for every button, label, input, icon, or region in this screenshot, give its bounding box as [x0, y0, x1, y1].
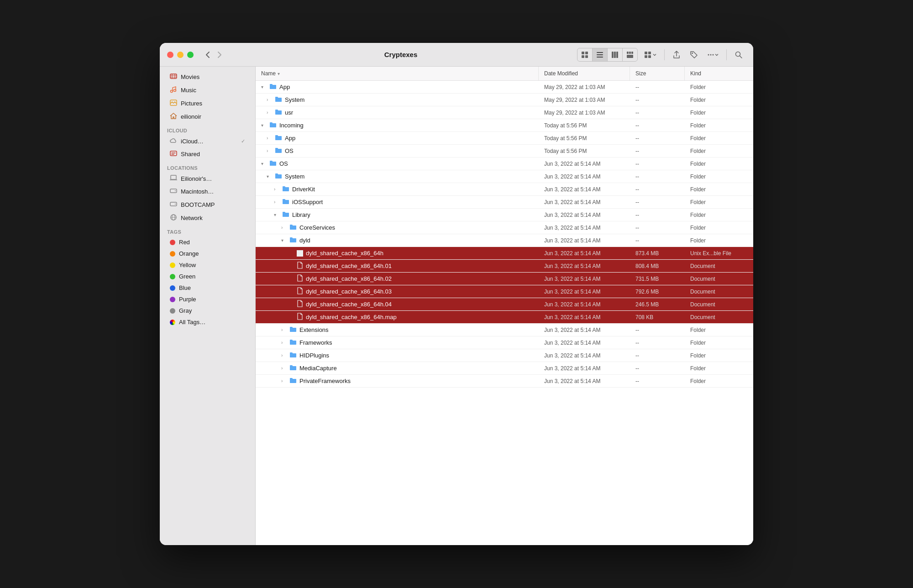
sidebar-item-gray[interactable]: Gray [163, 305, 252, 316]
size-column-header[interactable]: Size [630, 67, 685, 80]
table-row[interactable]: dyld_shared_cache_x86_64h.03Jun 3, 2022 … [256, 285, 753, 298]
sidebar-item-eilionoir[interactable]: eilionoir [163, 110, 252, 123]
expand-chevron[interactable]: › [281, 378, 287, 383]
file-size-cell: -- [630, 172, 685, 182]
sidebar-item-blue[interactable]: Blue [163, 282, 252, 294]
sidebar-item-yellow[interactable]: Yellow [163, 259, 252, 271]
sidebar-item-all-tags[interactable]: All Tags… [163, 316, 252, 328]
file-size-cell: -- [630, 146, 685, 156]
sidebar-item-orange[interactable]: Orange [163, 248, 252, 259]
gallery-view-button[interactable] [623, 48, 637, 61]
sidebar-item-eilionoirs-mac[interactable]: Eilionoir's… [163, 173, 252, 185]
sidebar-item-network[interactable]: Network [163, 211, 252, 225]
sidebar-item-shared[interactable]: Shared [163, 147, 252, 161]
column-view-button[interactable] [608, 48, 623, 61]
expand-chevron[interactable]: ▾ [261, 123, 267, 128]
shared-icon [170, 150, 177, 158]
file-name-text: CoreServices [299, 224, 335, 231]
table-row[interactable]: dyld_shared_cache_x86_64h.01Jun 3, 2022 … [256, 260, 753, 273]
table-row[interactable]: ›iOSSupportJun 3, 2022 at 5:14 AM--Folde… [256, 196, 753, 209]
forward-button[interactable] [215, 49, 225, 60]
movies-icon [170, 73, 177, 81]
file-date-cell: Jun 3, 2022 at 5:14 AM [539, 325, 630, 335]
icloud-icon [170, 137, 177, 145]
expand-chevron[interactable]: › [267, 110, 272, 115]
close-button[interactable] [167, 52, 173, 58]
expand-chevron[interactable]: ▾ [261, 161, 267, 166]
table-row[interactable]: ›OSToday at 5:56 PM--Folder [256, 145, 753, 158]
document-icon [297, 300, 303, 309]
expand-chevron[interactable]: ▾ [267, 174, 272, 179]
sidebar-item-music[interactable]: Music [163, 84, 252, 97]
list-view-button[interactable] [593, 48, 608, 61]
name-column-header[interactable]: Name ▾ [256, 67, 539, 80]
sidebar-item-macintosh-hd[interactable]: Macintosh… [163, 185, 252, 198]
table-row[interactable]: ›SystemMay 29, 2022 at 1:03 AM--Folder [256, 94, 753, 106]
sidebar-item-pictures[interactable]: Pictures [163, 97, 252, 110]
table-row[interactable]: ▾AppMay 29, 2022 at 1:03 AM--Folder [256, 81, 753, 94]
sidebar-item-movies[interactable]: Movies [163, 70, 252, 84]
kind-column-header[interactable]: Kind [685, 67, 753, 80]
expand-chevron[interactable]: › [274, 187, 279, 192]
more-button[interactable] [704, 49, 722, 61]
file-name-text: HIDPlugins [299, 352, 329, 359]
expand-chevron[interactable]: › [281, 225, 287, 230]
minimize-button[interactable] [177, 52, 184, 58]
grid-view-button[interactable] [577, 48, 593, 61]
table-row[interactable]: ›PrivateFrameworksJun 3, 2022 at 5:14 AM… [256, 375, 753, 388]
table-row[interactable]: ›HIDPluginsJun 3, 2022 at 5:14 AM--Folde… [256, 349, 753, 362]
expand-chevron[interactable]: › [267, 136, 272, 141]
table-row[interactable]: ›DriverKitJun 3, 2022 at 5:14 AM--Folder [256, 183, 753, 196]
table-row[interactable]: ›FrameworksJun 3, 2022 at 5:14 AM--Folde… [256, 336, 753, 349]
table-row[interactable]: dyld_shared_cache_x86_64h.mapJun 3, 2022… [256, 311, 753, 324]
expand-chevron[interactable]: › [281, 353, 287, 358]
expand-chevron[interactable]: › [281, 327, 287, 332]
maximize-button[interactable] [187, 52, 194, 58]
sidebar-item-purple[interactable]: Purple [163, 294, 252, 305]
table-row[interactable]: ›usrMay 29, 2022 at 1:03 AM--Folder [256, 106, 753, 119]
table-row[interactable]: ›CoreServicesJun 3, 2022 at 5:14 AM--Fol… [256, 221, 753, 234]
sidebar-item-icloud[interactable]: iCloud… ✓ [163, 135, 252, 147]
expand-chevron[interactable]: › [281, 366, 287, 371]
file-name-text: dyld_shared_cache_x86_64h.map [306, 314, 397, 320]
file-size-cell: -- [630, 325, 685, 335]
sidebar-item-label: Movies [181, 74, 245, 80]
table-row[interactable]: ›ExtensionsJun 3, 2022 at 5:14 AM--Folde… [256, 324, 753, 336]
group-button[interactable] [640, 48, 660, 61]
expand-chevron[interactable]: ▾ [261, 84, 267, 89]
table-row[interactable]: ▾SystemJun 3, 2022 at 5:14 AM--Folder [256, 170, 753, 183]
expand-chevron[interactable]: ▾ [281, 238, 287, 243]
table-row[interactable]: dyld_shared_cache_x86_64h.04Jun 3, 2022 … [256, 298, 753, 311]
date-column-header[interactable]: Date Modified [539, 67, 630, 80]
purple-tag-dot [170, 297, 175, 302]
file-date-cell: Jun 3, 2022 at 5:14 AM [539, 363, 630, 373]
network-icon [170, 214, 177, 222]
expand-chevron[interactable]: ▾ [274, 212, 279, 217]
table-row[interactable]: ▾IncomingToday at 5:56 PM--Folder [256, 119, 753, 132]
table-row[interactable]: ▾LibraryJun 3, 2022 at 5:14 AM--Folder [256, 209, 753, 221]
sidebar-item-red[interactable]: Red [163, 236, 252, 248]
file-size-cell: 808.4 MB [630, 261, 685, 271]
file-size-cell: -- [630, 197, 685, 207]
table-row[interactable]: ›MediaCaptureJun 3, 2022 at 5:14 AM--Fol… [256, 362, 753, 375]
back-button[interactable] [203, 49, 213, 60]
table-row[interactable]: ▾OSJun 3, 2022 at 5:14 AM--Folder [256, 158, 753, 170]
svg-point-25 [174, 89, 176, 92]
tag-button[interactable] [687, 48, 701, 61]
expand-chevron[interactable]: › [274, 200, 279, 205]
expand-chevron[interactable]: › [267, 97, 272, 102]
svg-point-20 [710, 54, 712, 55]
table-row[interactable]: ▾dyldJun 3, 2022 at 5:14 AM--Folder [256, 234, 753, 247]
share-button[interactable] [669, 48, 684, 61]
sidebar-item-green[interactable]: Green [163, 271, 252, 282]
table-row[interactable]: dyld_shared_cache_x86_64h.02Jun 3, 2022 … [256, 273, 753, 285]
expand-chevron[interactable]: › [267, 148, 272, 153]
sort-arrow: ▾ [278, 71, 280, 76]
table-row[interactable]: ›AppToday at 5:56 PM--Folder [256, 132, 753, 145]
file-date-cell: Today at 5:56 PM [539, 133, 630, 143]
sidebar-item-bootcamp[interactable]: BOOTCAMP [163, 198, 252, 211]
search-button[interactable] [731, 48, 746, 61]
expand-chevron[interactable]: › [281, 340, 287, 345]
svg-point-30 [175, 190, 176, 191]
table-row[interactable]: dyld_shared_cache_x86_64hJun 3, 2022 at … [256, 247, 753, 260]
